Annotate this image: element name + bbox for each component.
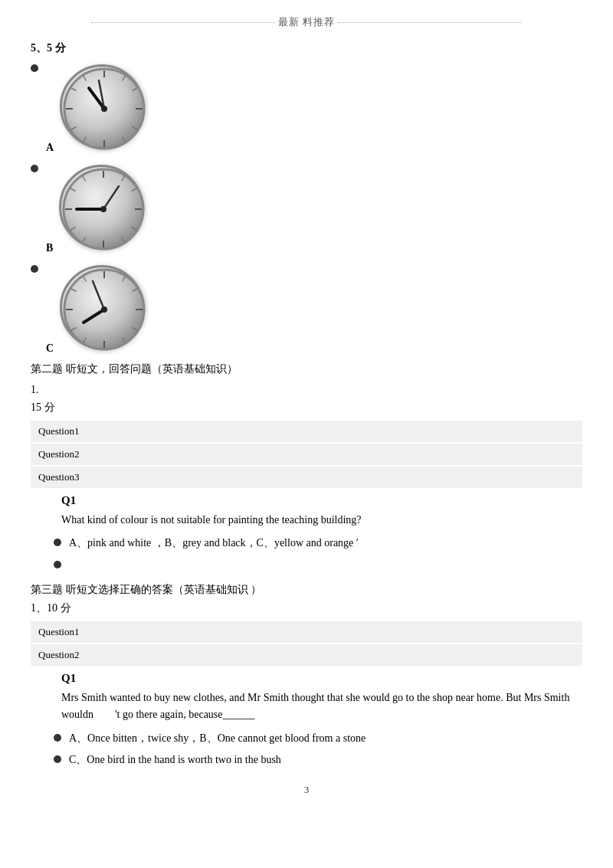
option-c-label: C	[46, 342, 54, 354]
section2-q1-label: Question1	[31, 421, 582, 442]
s3-option-1-text: A、Once bitten，twice shy，B、One cannot get…	[69, 730, 366, 747]
section2-title: 第二题 听短文，回答问题（英语基础知识）	[31, 362, 582, 376]
clock-image-c	[60, 265, 144, 349]
section2-q1-title: Q1	[61, 494, 582, 507]
section3-q1-label: Question1	[31, 621, 582, 643]
section2-q3-label: Question3	[31, 467, 582, 488]
banner-text: 最新 料推荐	[278, 15, 335, 29]
section3-sub: 1、10 分	[31, 601, 582, 615]
section2-q2-label: Question2	[31, 444, 582, 465]
section3-q2-label: Question2	[31, 644, 582, 666]
section2-sub: 1.	[31, 384, 582, 396]
option-b-label: B	[46, 242, 53, 254]
section3-q1-title: Q1	[61, 672, 582, 685]
section2-option-empty	[54, 557, 582, 571]
top-banner: 最新 料推荐	[31, 15, 582, 29]
option-a: A	[31, 61, 582, 154]
s3-bullet-1	[54, 734, 61, 742]
bullet-a	[31, 64, 38, 72]
section3-title: 第三题 听短文选择正确的答案（英语基础知识 ）	[31, 583, 582, 597]
section3-q1-paragraph: Mrs Smith wanted to buy new clothes, and…	[61, 689, 582, 724]
clock-image-b	[59, 165, 143, 249]
svg-point-15	[101, 106, 107, 112]
s2-option-1-text: A、pink and white ，B、grey and black，C、yel…	[69, 535, 359, 552]
option-a-label: A	[46, 142, 54, 153]
section3-option-2: C、One bird in the hand is worth two in t…	[54, 752, 582, 768]
clock-image-a	[60, 64, 144, 149]
bullet-b	[31, 165, 38, 172]
option-c: C	[31, 262, 582, 355]
bullet-c	[31, 265, 38, 273]
svg-point-47	[101, 306, 107, 313]
svg-point-31	[100, 206, 107, 212]
s3-option-2-text: C、One bird in the hand is worth two in t…	[69, 752, 281, 768]
section2-option-1: A、pink and white ，B、grey and black，C、yel…	[54, 535, 582, 552]
section2-q1-text: What kind of colour is not suitable for …	[61, 512, 582, 529]
s2-bullet-1	[54, 539, 61, 546]
question5-header: 5、5 分	[31, 41, 582, 55]
s3-bullet-2	[54, 755, 61, 763]
page-container: 最新 料推荐 5、5 分 A	[0, 0, 613, 811]
section2-score: 15 分	[31, 401, 582, 414]
section3-option-1: A、Once bitten，twice shy，B、One cannot get…	[54, 730, 582, 747]
s2-bullet-2	[54, 561, 61, 568]
option-b: B	[31, 162, 582, 254]
page-number: 3	[31, 784, 582, 796]
